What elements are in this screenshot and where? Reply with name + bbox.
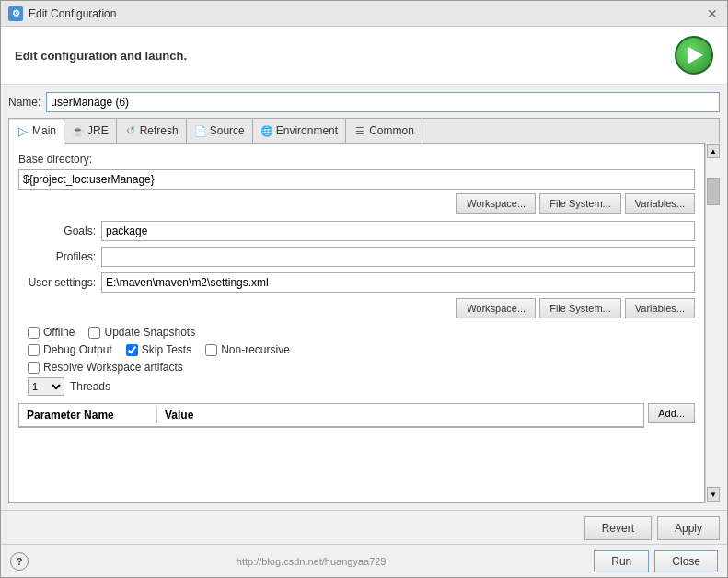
- resolve-workspace-label: Resolve Workspace artifacts: [43, 361, 183, 374]
- checkbox-row-3: Resolve Workspace artifacts: [28, 361, 695, 374]
- threads-row: 1 2 4 Threads: [28, 377, 695, 396]
- variables-button-2[interactable]: Variables...: [625, 298, 695, 318]
- checkbox-row-2: Debug Output Skip Tests Non-recursive: [28, 343, 695, 356]
- main-tab-icon: ▷: [17, 124, 29, 137]
- panel-wrapper: Base directory: Workspace... File System…: [8, 143, 720, 503]
- action-buttons: Revert Apply: [1, 510, 727, 544]
- play-triangle-icon: [688, 47, 703, 64]
- footer-watermark: http://blog.csdn.net/huangyaa729: [237, 556, 387, 567]
- tab-environment-label: Environment: [276, 124, 338, 137]
- non-recursive-checkbox[interactable]: [205, 344, 217, 356]
- add-button[interactable]: Add...: [648, 403, 695, 423]
- header-title: Edit configuration and launch.: [15, 49, 187, 63]
- footer-left: ?: [10, 552, 29, 571]
- checkbox-row-1: Offline Update Snapshots: [28, 326, 695, 339]
- user-settings-input[interactable]: [101, 272, 695, 293]
- name-row: Name:: [8, 92, 720, 112]
- footer-right: Run Close: [594, 550, 718, 572]
- offline-checkbox-item[interactable]: Offline: [28, 326, 75, 339]
- tab-source[interactable]: 📄 Source: [187, 119, 253, 143]
- user-settings-label: User settings:: [18, 276, 101, 289]
- debug-output-checkbox-item[interactable]: Debug Output: [28, 343, 112, 356]
- run-icon-button[interactable]: [675, 36, 713, 75]
- skip-tests-checkbox-item[interactable]: Skip Tests: [126, 343, 191, 356]
- title-bar-left: ⚙ Edit Configuration: [8, 6, 116, 21]
- panel-scrollbar[interactable]: ▲ ▼: [705, 143, 720, 503]
- window-title: Edit Configuration: [29, 7, 116, 20]
- dir-button-row: Workspace... File System... Variables...: [18, 193, 695, 214]
- debug-output-checkbox[interactable]: [28, 344, 40, 356]
- window-icon: ⚙: [8, 6, 23, 21]
- footer: ? http://blog.csdn.net/huangyaa729 Run C…: [1, 544, 727, 577]
- settings-button-row: Workspace... File System... Variables...: [18, 298, 695, 318]
- scroll-thumb[interactable]: [707, 178, 720, 205]
- common-tab-icon: ☰: [353, 124, 366, 137]
- table-header: Parameter Name Value: [19, 404, 643, 427]
- environment-tab-icon: 🌐: [260, 124, 273, 137]
- parameter-table: Parameter Name Value: [18, 403, 644, 428]
- update-snapshots-checkbox-item[interactable]: Update Snapshots: [88, 326, 195, 339]
- title-bar: ⚙ Edit Configuration ✕: [1, 1, 727, 27]
- close-button[interactable]: ✕: [705, 6, 720, 21]
- file-system-button-2[interactable]: File System...: [539, 298, 621, 318]
- scroll-down-button[interactable]: ▼: [707, 487, 720, 502]
- tab-source-label: Source: [210, 124, 245, 137]
- tab-refresh[interactable]: ↺ Refresh: [117, 119, 187, 143]
- workspace-button-1[interactable]: Workspace...: [456, 193, 536, 214]
- table-col-name: Parameter Name: [19, 407, 157, 423]
- profiles-input[interactable]: [101, 247, 695, 267]
- base-directory-label: Base directory:: [18, 153, 695, 166]
- tab-environment[interactable]: 🌐 Environment: [253, 119, 346, 143]
- non-recursive-label: Non-recursive: [221, 343, 290, 356]
- tab-jre[interactable]: ☕ JRE: [64, 119, 117, 143]
- user-settings-row: User settings:: [18, 272, 695, 293]
- resolve-workspace-checkbox[interactable]: [28, 362, 40, 374]
- panel-content: Base directory: Workspace... File System…: [9, 144, 704, 502]
- workspace-button-2[interactable]: Workspace...: [456, 298, 536, 318]
- run-button[interactable]: Run: [594, 550, 649, 572]
- non-recursive-checkbox-item[interactable]: Non-recursive: [205, 343, 290, 356]
- update-snapshots-checkbox[interactable]: [88, 327, 100, 339]
- name-label: Name:: [8, 96, 40, 109]
- threads-select[interactable]: 1 2 4: [28, 377, 64, 396]
- refresh-tab-icon: ↺: [124, 124, 137, 137]
- update-snapshots-label: Update Snapshots: [104, 326, 195, 339]
- tab-refresh-label: Refresh: [140, 124, 179, 137]
- header-area: Edit configuration and launch.: [1, 27, 727, 85]
- jre-tab-icon: ☕: [72, 124, 85, 137]
- offline-label: Offline: [43, 326, 75, 339]
- help-button[interactable]: ?: [10, 552, 29, 571]
- revert-button[interactable]: Revert: [584, 516, 652, 540]
- footer-close-button[interactable]: Close: [654, 550, 718, 572]
- profiles-row: Profiles:: [18, 247, 695, 267]
- tab-jre-label: JRE: [87, 124, 109, 137]
- table-col-value: Value: [157, 407, 643, 423]
- base-directory-input[interactable]: [18, 169, 695, 190]
- goals-input[interactable]: [101, 221, 695, 241]
- goals-row: Goals:: [18, 221, 695, 241]
- file-system-button-1[interactable]: File System...: [539, 193, 621, 214]
- source-tab-icon: 📄: [194, 124, 207, 137]
- debug-output-label: Debug Output: [43, 343, 112, 356]
- scroll-up-button[interactable]: ▲: [707, 144, 720, 158]
- tab-main[interactable]: ▷ Main: [9, 120, 64, 144]
- resolve-workspace-checkbox-item[interactable]: Resolve Workspace artifacts: [28, 361, 183, 374]
- tab-common-label: Common: [369, 124, 414, 137]
- profiles-label: Profiles:: [18, 250, 101, 263]
- goals-label: Goals:: [18, 225, 101, 237]
- table-section: Parameter Name Value Add...: [18, 403, 695, 428]
- offline-checkbox[interactable]: [28, 327, 40, 339]
- tab-main-label: Main: [32, 124, 56, 137]
- threads-label: Threads: [70, 380, 110, 393]
- skip-tests-label: Skip Tests: [142, 343, 191, 356]
- tabs-bar: ▷ Main ☕ JRE ↺ Refresh 📄 Source 🌐 Enviro…: [8, 118, 720, 143]
- tab-common[interactable]: ☰ Common: [346, 119, 422, 143]
- edit-configuration-window: ⚙ Edit Configuration ✕ Edit configuratio…: [0, 0, 728, 578]
- checkboxes-area: Offline Update Snapshots Debug Output: [18, 326, 695, 374]
- skip-tests-checkbox[interactable]: [126, 344, 138, 356]
- main-panel: Base directory: Workspace... File System…: [8, 143, 705, 503]
- variables-button-1[interactable]: Variables...: [625, 193, 695, 214]
- name-input[interactable]: [46, 92, 720, 112]
- apply-button[interactable]: Apply: [657, 516, 720, 540]
- content-area: Name: ▷ Main ☕ JRE ↺ Refresh 📄 Source 🌐: [1, 85, 727, 510]
